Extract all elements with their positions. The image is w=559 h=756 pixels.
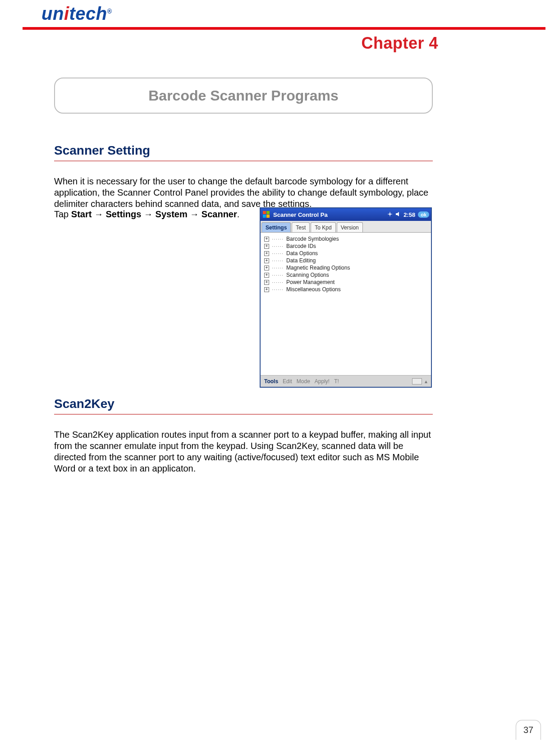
tree-label: Barcode IDs — [286, 243, 316, 249]
tree-connector: ······ — [272, 286, 284, 293]
menu-tools[interactable]: Tools — [264, 378, 278, 385]
menu-edit[interactable]: Edit — [283, 378, 292, 385]
tree-connector: ······ — [272, 279, 284, 285]
expand-icon[interactable]: + — [264, 273, 269, 278]
window-titlebar: Scanner Control Pa 2:58 ok — [261, 208, 431, 221]
embedded-screenshot: Scanner Control Pa 2:58 ok Settings Test… — [260, 207, 432, 388]
tab-test[interactable]: Test — [292, 222, 310, 232]
panel-title: Barcode Scanner Programs — [54, 78, 433, 114]
section-underline — [54, 414, 433, 415]
tree-label: Scanning Options — [286, 272, 329, 278]
expand-icon[interactable]: + — [264, 280, 269, 285]
section-body-scanner-setting: When it is necessary for the user to cha… — [54, 176, 433, 210]
menu-bar: Tools Edit Mode Apply! T! ▴ — [261, 375, 431, 387]
svg-rect-2 — [263, 215, 266, 218]
tap-prefix: Tap — [54, 209, 71, 219]
section-underline — [54, 160, 433, 161]
tree-node[interactable]: +······Miscellaneous Options — [262, 286, 429, 293]
header-divider — [23, 27, 545, 30]
svg-rect-3 — [266, 215, 270, 218]
tree-label: Data Options — [286, 250, 318, 257]
chapter-heading: Chapter 4 — [361, 34, 438, 53]
tap-step-2: Settings — [106, 209, 142, 219]
arrow-icon: → — [188, 209, 202, 219]
tree-connector: ······ — [272, 236, 284, 242]
tree-node[interactable]: +······Barcode Symbologies — [262, 235, 429, 243]
tree-label: Power Management — [286, 279, 334, 285]
expand-icon[interactable]: + — [264, 266, 269, 270]
brand-text-pre: un — [41, 4, 64, 23]
section-body-scan2key: The Scan2Key application routes input fr… — [54, 429, 433, 474]
tree-node[interactable]: +······Barcode IDs — [262, 243, 429, 250]
brand-text-post: tech — [69, 4, 107, 23]
brand-text-accent: i — [64, 4, 69, 23]
page-number: 37 — [516, 720, 541, 740]
expand-icon[interactable]: + — [264, 258, 269, 263]
volume-icon[interactable] — [395, 211, 401, 218]
menu-t[interactable]: T! — [334, 378, 339, 385]
expand-icon[interactable]: + — [264, 287, 269, 292]
tree-connector: ······ — [272, 265, 284, 271]
page: unitech® Chapter 4 Barcode Scanner Progr… — [0, 0, 559, 756]
tree-connector: ······ — [272, 272, 284, 278]
section-heading-scanner-setting: Scanner Setting — [54, 143, 150, 158]
tap-step-3: System — [156, 209, 188, 219]
menu-apply[interactable]: Apply! — [315, 378, 330, 385]
menu-mode[interactable]: Mode — [297, 378, 310, 385]
tree-label: Barcode Symbologies — [286, 236, 339, 242]
tap-instruction: Tap Start → Settings → System → Scanner. — [54, 209, 243, 220]
tree-node[interactable]: +······Data Editing — [262, 257, 429, 264]
tap-step-1: Start — [71, 209, 92, 219]
windows-flag-icon[interactable] — [262, 211, 270, 219]
menu-items: Tools Edit Mode Apply! T! — [264, 378, 339, 385]
arrow-icon: → — [141, 209, 155, 219]
tree-node[interactable]: +······Data Options — [262, 250, 429, 257]
section-heading-scan2key: Scan2Key — [54, 397, 115, 411]
tree-node[interactable]: +······Magnetic Reading Options — [262, 264, 429, 271]
clock-label: 2:58 — [403, 211, 415, 218]
system-tray: 2:58 ok — [387, 211, 429, 218]
connectivity-icon[interactable] — [387, 211, 393, 218]
tree-connector: ······ — [272, 250, 284, 257]
tree-label: Miscellaneous Options — [286, 286, 341, 293]
tree-connector: ······ — [272, 257, 284, 264]
arrow-icon: → — [92, 209, 105, 219]
brand-registered: ® — [107, 8, 112, 15]
tree-node[interactable]: +······Scanning Options — [262, 271, 429, 279]
ok-button[interactable]: ok — [418, 211, 429, 218]
tree-label: Magnetic Reading Options — [286, 265, 350, 271]
tab-bar: Settings Test To Kpd Version — [261, 221, 431, 233]
tree-view: +······Barcode Symbologies +······Barcod… — [261, 233, 431, 375]
expand-icon[interactable]: + — [264, 237, 269, 242]
tree-node[interactable]: +······Power Management — [262, 279, 429, 286]
tab-to-kpd[interactable]: To Kpd — [311, 222, 335, 232]
tab-settings[interactable]: Settings — [261, 222, 291, 232]
svg-rect-0 — [263, 211, 266, 214]
tab-version[interactable]: Version — [337, 222, 363, 232]
brand-logo: unitech® — [41, 4, 112, 24]
svg-rect-1 — [266, 211, 270, 214]
expand-icon[interactable]: + — [264, 244, 269, 249]
keyboard-icon[interactable] — [412, 378, 422, 385]
tree-connector: ······ — [272, 243, 284, 249]
sip-arrow-icon[interactable]: ▴ — [425, 378, 427, 385]
window-title: Scanner Control Pa — [273, 211, 385, 218]
tree-label: Data Editing — [286, 257, 316, 264]
expand-icon[interactable]: + — [264, 251, 269, 256]
tap-step-4: Scanner — [202, 209, 237, 219]
